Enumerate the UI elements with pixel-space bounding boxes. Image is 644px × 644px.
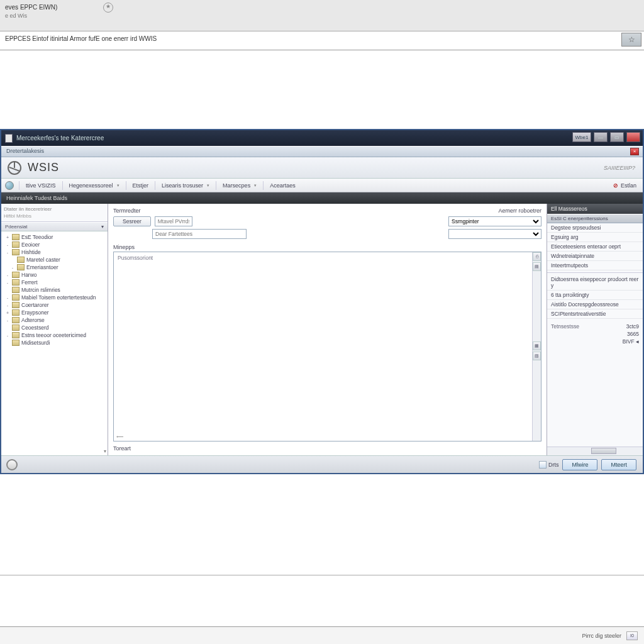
expand-icon[interactable]: -	[5, 303, 10, 308]
brand-bar: WSIS SAIIIEEIIIP?	[1, 157, 643, 179]
folder-icon	[12, 317, 19, 323]
menu-item-1[interactable]: Hegenexessoreel	[62, 181, 126, 190]
right-item-0[interactable]: Degstee srpseudsesi	[547, 223, 643, 233]
blank-space	[0, 50, 644, 129]
scrollbar-thumb[interactable]	[591, 448, 616, 454]
right-kv-1: 3665	[547, 330, 643, 338]
tree-item-0[interactable]: +EsE Teeodior	[3, 233, 106, 241]
expand-icon[interactable]: -	[5, 296, 10, 300]
statusbar-button-1[interactable]: Mlwire	[562, 459, 597, 470]
menu-item-3[interactable]: Lisearis trosuser	[155, 181, 216, 190]
maximize-button[interactable]: ▭	[610, 132, 624, 142]
statusbar: Drts Mlwire Mteert	[1, 455, 643, 473]
tree-item-10[interactable]: +Eraypsoner	[3, 309, 106, 316]
menu-item-2[interactable]: Etstjer	[126, 181, 155, 190]
tree-item-11[interactable]: -Adterorse	[3, 316, 106, 324]
page-count-badge: I0	[626, 631, 638, 640]
scroll-btn-1[interactable]: ⎙	[533, 252, 541, 261]
globe-icon[interactable]	[5, 181, 14, 190]
sidebar-search: Dtater iin iteceretrieer Hifibl Mribbs	[1, 204, 108, 222]
expand-icon[interactable]: -	[5, 243, 10, 247]
right-hscrollbar[interactable]	[547, 447, 643, 455]
sub-title: Dretertalakesis	[6, 148, 44, 154]
expand-icon[interactable]: +	[5, 311, 10, 315]
right-item-1[interactable]: Egsuirg arg	[547, 233, 643, 242]
tree-item-8[interactable]: -Mabiel Toisem eotertertesteudn	[3, 294, 106, 301]
right-block2b[interactable]: 6 tta prroiktingty	[547, 291, 643, 300]
statusbar-button-2[interactable]: Mteert	[601, 459, 636, 470]
right-kv-0: Tetnsestsse3ctc9	[547, 323, 643, 330]
browser-top-chrome: eves EPPC EIWN) e ed Wis	[0, 0, 644, 31]
minimize-button[interactable]: —	[594, 132, 608, 142]
menu-item-4[interactable]: Marsecpes	[216, 181, 263, 190]
window-titlebar[interactable]: Merceekerfes's tee Katerercree Wbe1 — ▭	[1, 130, 643, 146]
textarea-label: Pusomssoriont	[118, 255, 153, 261]
sidebar-search-label: Dtater iin iteceretrieer	[4, 206, 105, 212]
folder-icon	[12, 332, 19, 338]
right-block3a[interactable]: Aistitlo Docrespgdeossreose	[547, 300, 643, 309]
right-block2a[interactable]: Didtoesrrea eiseppecor prodoort reery	[547, 275, 643, 291]
field-label-left: Termredter	[113, 208, 141, 214]
main-area: Dtater iin iteceretrieer Hifibl Mribbs P…	[1, 204, 643, 455]
tree-item-2[interactable]: -Hishtide	[3, 248, 106, 256]
textarea-corner-icon: ⟵	[116, 434, 123, 440]
textarea-scrollbar[interactable]: ⎙ ▤ ▦ ▧	[532, 252, 541, 441]
right-item-3[interactable]: Wdnetreiatpinnate	[547, 252, 643, 261]
browser-tab-label[interactable]: EPPCES Eintof itinirtal Armor fufE one e…	[5, 35, 157, 42]
input-medium-1[interactable]	[152, 229, 247, 239]
search-button[interactable]: Sesreer	[113, 216, 151, 226]
expand-icon[interactable]: -	[5, 280, 10, 285]
input-small-1[interactable]	[155, 216, 192, 226]
tree-item-5[interactable]: -Harwo	[3, 271, 106, 279]
browser-bottom-bar: Pirrc dig steeler I0	[0, 626, 644, 644]
section-band: Heinniafek Tudest Baids	[1, 192, 643, 204]
scroll-down-icon[interactable]: ▾	[104, 448, 106, 454]
sidebar-section-head[interactable]: Pdeensiat ▾	[1, 222, 108, 231]
scroll-btn-4[interactable]: ▧	[533, 352, 541, 360]
description-textarea[interactable]: Pusomssoriont ⎙ ▤ ▦ ▧ ⟵	[113, 252, 541, 441]
section-label: Minepps	[113, 244, 541, 250]
folder-icon	[12, 249, 19, 255]
app-window: Merceekerfes's tee Katerercree Wbe1 — ▭ …	[0, 129, 644, 474]
menu-item-5[interactable]: Aceartaes	[263, 181, 302, 190]
center-panel: Termredter Aemerr roboetrer Sesreer Ssrn…	[108, 204, 547, 455]
tree-item-9[interactable]: -Coertarorer	[3, 301, 106, 309]
right-item-2[interactable]: Etieceteesiens enteraor oeprt	[547, 242, 643, 252]
exit-icon: ⊘	[613, 182, 618, 189]
expand-icon[interactable]: -	[5, 333, 10, 338]
tree-item-13[interactable]: -Estns teeoor oceetericimed	[3, 331, 106, 339]
tree-item-14[interactable]: Midisetsurdi	[3, 339, 106, 347]
window-close-button[interactable]	[626, 132, 640, 142]
expand-icon[interactable]: -	[10, 265, 15, 270]
close-icon[interactable]: ×	[630, 148, 639, 155]
brand-title: WSIS	[28, 161, 59, 174]
right-item-4[interactable]: Inteertmutpeots	[547, 261, 643, 270]
right-block3b[interactable]: SCIPtentsrtreativersttie	[547, 309, 643, 319]
tree-item-7[interactable]: Mutrcin rslimries	[3, 286, 106, 294]
right-panel-selected[interactable]: EsSI C enerpentterssions	[547, 214, 643, 223]
folder-icon	[12, 294, 19, 301]
tree-item-1[interactable]: -Eeoioer	[3, 241, 106, 248]
folder-icon	[12, 302, 19, 308]
center-footer-label: Toreart	[113, 445, 541, 452]
tree-item-4[interactable]: -Emeriasntoer	[3, 264, 106, 271]
tree-item-6[interactable]: -Ferrert	[3, 279, 106, 286]
menu-right[interactable]: ⊘ Estlan	[613, 182, 636, 189]
folder-icon	[17, 264, 25, 270]
sidebar-tree[interactable]: +EsE Teeodior-Eeoioer-HishtideMaretel ca…	[1, 231, 108, 455]
expand-icon[interactable]: -	[5, 250, 10, 255]
tree-item-3[interactable]: Maretel caster	[3, 256, 106, 264]
select-remote[interactable]: Ssrngpinter	[448, 216, 541, 226]
scroll-btn-3[interactable]: ▦	[533, 341, 541, 350]
scroll-btn-2[interactable]: ▤	[533, 262, 541, 271]
mercedes-logo-icon	[8, 161, 21, 175]
window-badge[interactable]: Wbe1	[572, 132, 591, 142]
right-panel: Ell Masssereos EsSI C enerpentterssions …	[547, 204, 643, 455]
expand-icon[interactable]: +	[5, 235, 10, 240]
tree-item-12[interactable]: Ceoestserd	[3, 324, 106, 331]
expand-icon[interactable]: -	[5, 273, 10, 277]
folder-icon	[12, 287, 19, 293]
select-remote-2[interactable]	[448, 229, 541, 239]
menu-item-0[interactable]: ttive VSIZIS	[19, 181, 62, 190]
expand-icon[interactable]: -	[5, 318, 10, 323]
